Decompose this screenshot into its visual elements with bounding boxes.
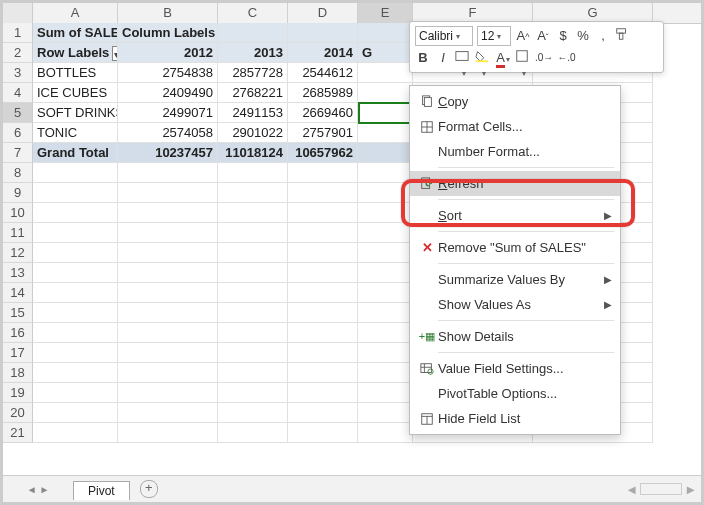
cell-D2[interactable]: 2014 (288, 43, 358, 63)
row-6[interactable]: 6 (3, 123, 33, 143)
cell-E1[interactable] (358, 23, 413, 43)
format-painter-icon[interactable] (615, 27, 631, 45)
increase-font-icon[interactable]: A^ (515, 27, 531, 45)
cell-E2[interactable]: G (358, 43, 413, 63)
cell-A4[interactable]: ICE CUBES (33, 83, 118, 103)
cell-C3[interactable]: 2857728 (218, 63, 288, 83)
menu-pto-label: PivotTable Options... (438, 386, 557, 401)
row-4[interactable]: 4 (3, 83, 33, 103)
cell-C6[interactable]: 2901022 (218, 123, 288, 143)
new-sheet-button[interactable]: + (140, 480, 158, 498)
cell-D6[interactable]: 2757901 (288, 123, 358, 143)
menu-show-details[interactable]: +▦ Show Details (410, 324, 620, 349)
menu-sort[interactable]: Sort ▶ (410, 203, 620, 228)
row-16[interactable]: 16 (3, 323, 33, 343)
cell-A7[interactable]: Grand Total (33, 143, 118, 163)
cell-B1[interactable]: Column Labels (118, 23, 218, 43)
borders-icon[interactable]: ▾ (515, 49, 531, 67)
row-14[interactable]: 14 (3, 283, 33, 303)
row-8[interactable]: 8 (3, 163, 33, 183)
row-9[interactable]: 9 (3, 183, 33, 203)
menu-remove[interactable]: ✕ Remove "Sum of SALES" (410, 235, 620, 260)
increase-decimal-icon[interactable]: .0→ (535, 49, 553, 67)
menu-hide-field-list[interactable]: Hide Field List (410, 406, 620, 431)
cell-A3[interactable]: BOTTLES (33, 63, 118, 83)
currency-icon[interactable]: $ (555, 27, 571, 45)
row-11[interactable]: 11 (3, 223, 33, 243)
cell-C5[interactable]: 2491153 (218, 103, 288, 123)
cell-B4[interactable]: 2409490 (118, 83, 218, 103)
merge-icon[interactable]: ▾ (455, 49, 471, 67)
row-12[interactable]: 12 (3, 243, 33, 263)
row-2[interactable]: 2 (3, 43, 33, 63)
select-all-corner[interactable] (3, 3, 33, 23)
row-5[interactable]: 5 (3, 103, 33, 123)
row-18[interactable]: 18 (3, 363, 33, 383)
col-D[interactable]: D (288, 3, 358, 23)
cell-D3[interactable]: 2544612 (288, 63, 358, 83)
col-E[interactable]: E (358, 3, 413, 23)
bold-icon[interactable]: B (415, 49, 431, 67)
col-F[interactable]: F (413, 3, 533, 23)
percent-icon[interactable]: % (575, 27, 591, 45)
col-C[interactable]: C (218, 3, 288, 23)
menu-separator (438, 352, 614, 353)
row-7[interactable]: 7 (3, 143, 33, 163)
cell-B6[interactable]: 2574058 (118, 123, 218, 143)
cell-A1[interactable]: Sum of SALES (33, 23, 118, 43)
col-B[interactable]: B (118, 3, 218, 23)
row-15[interactable]: 15 (3, 303, 33, 323)
menu-refresh[interactable]: Refresh (410, 171, 620, 196)
cell-D7[interactable]: 10657962 (288, 143, 358, 163)
row-21[interactable]: 21 (3, 423, 33, 443)
comma-icon[interactable]: , (595, 27, 611, 45)
menu-show-values-as[interactable]: Show Values As ▶ (410, 292, 620, 317)
menu-hide-label: Hide Field List (438, 411, 520, 426)
menu-number-format[interactable]: Number Format... (410, 139, 620, 164)
menu-value-field-settings[interactable]: Value Field Settings... (410, 356, 620, 381)
cell-D5[interactable]: 2669460 (288, 103, 358, 123)
font-color-icon[interactable]: A▾ (495, 49, 511, 67)
menu-summarize[interactable]: Summarize Values By ▶ (410, 267, 620, 292)
cell-B2[interactable]: 2012 (118, 43, 218, 63)
cell-A2[interactable]: Row Labels (33, 43, 118, 63)
row-13[interactable]: 13 (3, 263, 33, 283)
row-10[interactable]: 10 (3, 203, 33, 223)
cell-B7[interactable]: 10237457 (118, 143, 218, 163)
col-A[interactable]: A (33, 3, 118, 23)
cell-B5[interactable]: 2499071 (118, 103, 218, 123)
cell-E4[interactable] (358, 83, 413, 103)
horizontal-scroll[interactable]: ◄► (625, 482, 697, 497)
cell-E7[interactable] (358, 143, 413, 163)
menu-copy[interactable]: Copy (410, 89, 620, 114)
col-G[interactable]: G (533, 3, 653, 23)
fill-color-icon[interactable]: ▾ (475, 49, 491, 67)
row-20[interactable]: 20 (3, 403, 33, 423)
cell-D1[interactable] (288, 23, 358, 43)
cell-C1[interactable] (218, 23, 288, 43)
sheet-tab-pivot[interactable]: Pivot (73, 481, 130, 500)
row-1[interactable]: 1 (3, 23, 33, 43)
cell-E3[interactable] (358, 63, 413, 83)
cell-A5[interactable]: SOFT DRINKS (33, 103, 118, 123)
svg-rect-11 (421, 363, 432, 372)
cell-A6[interactable]: TONIC (33, 123, 118, 143)
row-3[interactable]: 3 (3, 63, 33, 83)
cell-C7[interactable]: 11018124 (218, 143, 288, 163)
decrease-decimal-icon[interactable]: ←.0 (557, 49, 575, 67)
cell-C2[interactable]: 2013 (218, 43, 288, 63)
tab-nav[interactable]: ◄ ► (3, 484, 73, 495)
font-size-select[interactable]: 12 (477, 26, 511, 46)
cell-D4[interactable]: 2685989 (288, 83, 358, 103)
decrease-font-icon[interactable]: Aˇ (535, 27, 551, 45)
cell-C4[interactable]: 2768221 (218, 83, 288, 103)
menu-format-cells[interactable]: Format Cells... (410, 114, 620, 139)
italic-icon[interactable]: I (435, 49, 451, 67)
cell-E6[interactable] (358, 123, 413, 143)
row-19[interactable]: 19 (3, 383, 33, 403)
row-17[interactable]: 17 (3, 343, 33, 363)
cell-E5[interactable] (358, 103, 413, 123)
menu-pivottable-options[interactable]: PivotTable Options... (410, 381, 620, 406)
cell-B3[interactable]: 2754838 (118, 63, 218, 83)
font-family-select[interactable]: Calibri (415, 26, 473, 46)
